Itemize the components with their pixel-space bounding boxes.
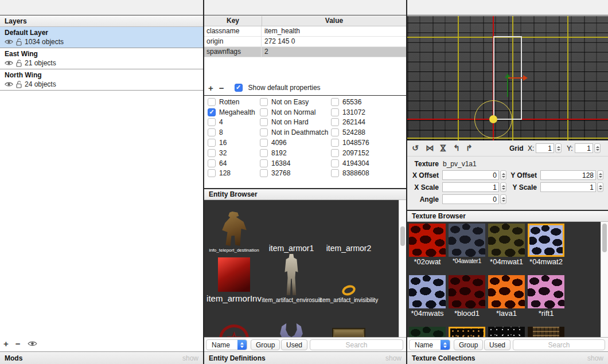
entity-browser-item[interactable]: [219, 324, 249, 337]
y-scale-input[interactable]: [540, 182, 596, 192]
spawnflag-checkbox[interactable]: [260, 108, 268, 116]
angle-input[interactable]: [442, 194, 499, 204]
spawnflag-item[interactable]: Not on Normal: [260, 107, 328, 118]
uv-rotate-cw-button[interactable]: ↱: [466, 143, 473, 152]
spawnflag-item[interactable]: 32768: [260, 169, 328, 179]
texture-browser-scrollbar[interactable]: [601, 222, 608, 337]
texture-thumbnail[interactable]: [488, 275, 525, 308]
visibility-eye-icon[interactable]: [5, 39, 13, 45]
spawnflag-item[interactable]: Rotten: [208, 97, 255, 107]
property-row[interactable]: classname item_health: [204, 26, 406, 37]
spawnflag-item[interactable]: 131072: [331, 107, 369, 118]
spawnflag-checkbox[interactable]: [208, 98, 216, 106]
texture-browser-item[interactable]: *04mwat2: [528, 224, 564, 266]
visibility-eye-icon[interactable]: [5, 60, 13, 66]
texture-browser-item[interactable]: *lava1: [488, 275, 525, 318]
layer-row[interactable]: East Wing 21 objects: [0, 48, 203, 69]
spawnflag-item[interactable]: 32: [208, 148, 255, 158]
spawnflag-checkbox[interactable]: [331, 169, 339, 177]
spawnflag-checkbox[interactable]: [208, 108, 216, 116]
spawnflag-checkbox[interactable]: [260, 128, 268, 136]
lock-icon[interactable]: [16, 60, 22, 67]
texture-search-input[interactable]: [513, 339, 605, 350]
spawnflag-item[interactable]: Not on Easy: [260, 97, 328, 107]
entity-browser-item[interactable]: item_artifact_envirosuit: [262, 254, 321, 303]
remove-property-button[interactable]: −: [219, 84, 224, 92]
spawnflag-item[interactable]: 16384: [260, 158, 328, 169]
spawnflag-checkbox[interactable]: [208, 149, 216, 157]
spawnflag-checkbox[interactable]: [208, 139, 216, 147]
entity-browser-item[interactable]: [279, 323, 304, 337]
rotation-center-handle[interactable]: [489, 115, 497, 123]
spawnflag-checkbox[interactable]: [331, 128, 339, 136]
spawnflag-checkbox[interactable]: [208, 159, 216, 167]
lock-icon[interactable]: [16, 38, 22, 46]
spawnflag-checkbox[interactable]: [331, 149, 339, 157]
texture-group-button[interactable]: Group: [454, 339, 483, 350]
spawnflag-checkbox[interactable]: [260, 159, 268, 167]
texture-browser-item[interactable]: *blood1: [449, 275, 485, 318]
uv-flip-vertical-button[interactable]: ⋈: [439, 144, 448, 152]
grid-y-stepper[interactable]: [594, 143, 601, 153]
entity-browser-item[interactable]: item_artifact_invisibility: [319, 285, 378, 303]
layer-row[interactable]: Default Layer 1034 objects: [0, 27, 203, 48]
spawnflag-checkbox[interactable]: [260, 98, 268, 106]
texture-browser-item[interactable]: *02owat: [409, 224, 446, 266]
uv-reset-button[interactable]: ↺: [412, 143, 419, 152]
entity-browser-item[interactable]: info_teleport_destination: [209, 212, 259, 253]
entity-browser-item[interactable]: item_armor2: [326, 242, 372, 253]
texture-thumbnail[interactable]: [409, 327, 446, 337]
spawnflag-checkbox[interactable]: [260, 139, 268, 147]
add-property-button[interactable]: +: [208, 84, 213, 92]
spawnflag-checkbox[interactable]: [260, 169, 268, 177]
texture-thumbnail[interactable]: [528, 327, 564, 337]
texture-browser-item[interactable]: [449, 327, 485, 337]
texture-browser-item[interactable]: [528, 327, 564, 337]
texture-browser-item[interactable]: *04mwat1: [488, 224, 525, 266]
toggle-visibility-eye-icon[interactable]: [28, 340, 37, 347]
texture-thumbnail[interactable]: [449, 327, 485, 337]
spawnflag-checkbox[interactable]: [260, 118, 268, 126]
angle-stepper[interactable]: [500, 194, 506, 204]
entity-sort-select[interactable]: Name: [206, 339, 247, 350]
spawnflag-item[interactable]: 8388608: [331, 169, 369, 179]
grid-x-stepper[interactable]: [555, 143, 562, 153]
spawnflag-checkbox[interactable]: [331, 118, 339, 126]
grid-x-input[interactable]: [536, 143, 554, 153]
texture-used-button[interactable]: Used: [484, 339, 510, 350]
texture-thumbnail[interactable]: [488, 327, 525, 337]
spawnflag-checkbox[interactable]: [208, 169, 216, 177]
texture-browser-item[interactable]: *04mwats: [409, 275, 446, 318]
visibility-eye-icon[interactable]: [5, 81, 13, 87]
layer-row[interactable]: North Wing 24 objects: [0, 69, 203, 91]
spawnflag-item[interactable]: 64: [208, 158, 255, 169]
texture-thumbnail[interactable]: [449, 224, 485, 257]
show-default-properties-checkbox[interactable]: [235, 84, 243, 92]
panel-divider[interactable]: [203, 0, 204, 364]
spawnflag-checkbox[interactable]: [208, 128, 216, 136]
spawnflag-item[interactable]: 4194304: [331, 158, 369, 169]
entity-group-button[interactable]: Group: [251, 339, 280, 350]
panel-divider[interactable]: [406, 0, 407, 364]
uv-rotate-ccw-button[interactable]: ↰: [453, 143, 460, 152]
texture-browser-item[interactable]: *rift1: [528, 275, 564, 318]
texture-browser-item[interactable]: *04awater1: [449, 224, 485, 266]
spawnflag-item[interactable]: 8192: [260, 148, 328, 158]
entity-browser-item[interactable]: item_armorInv: [206, 257, 262, 303]
texture-thumbnail[interactable]: [488, 224, 525, 257]
spawnflag-item[interactable]: 262144: [331, 118, 369, 128]
add-layer-button[interactable]: +: [3, 339, 9, 348]
spawnflag-checkbox[interactable]: [331, 139, 339, 147]
spawnflag-checkbox[interactable]: [331, 98, 339, 106]
x-scale-input[interactable]: [442, 182, 499, 192]
x-offset-input[interactable]: [442, 170, 499, 180]
spawnflag-checkbox[interactable]: [331, 108, 339, 116]
scrollbar-thumb[interactable]: [400, 226, 405, 246]
spawnflag-item[interactable]: Megahealth: [208, 107, 255, 118]
texture-browser-item[interactable]: [488, 327, 525, 337]
texture-thumbnail[interactable]: [409, 275, 446, 308]
texture-sort-select[interactable]: Name: [409, 339, 450, 350]
y-offset-stepper[interactable]: [597, 170, 603, 180]
spawnflag-item[interactable]: 4: [208, 118, 255, 128]
entity-definitions-show-link[interactable]: show: [385, 354, 402, 362]
